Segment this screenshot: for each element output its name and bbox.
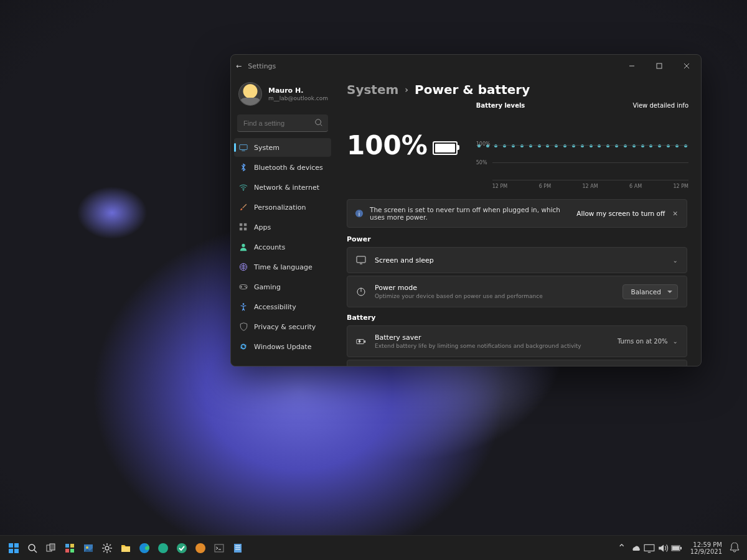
battery-saver-row[interactable]: Battery saver Extend battery life by lim… <box>347 325 687 357</box>
battery-percent: 100% <box>347 133 428 159</box>
battery-saver-status: Turns on at 20% <box>618 338 668 345</box>
svg-point-32 <box>86 546 88 549</box>
power-mode-row[interactable]: Power mode Optimize your device based on… <box>347 276 687 307</box>
svg-rect-7 <box>244 228 247 230</box>
nav-windows-update[interactable]: Windows Update <box>234 337 331 356</box>
pinned-app-3[interactable] <box>192 539 209 557</box>
svg-rect-26 <box>50 544 55 550</box>
start-button[interactable] <box>5 539 22 557</box>
nav-accounts[interactable]: Accounts <box>234 238 331 256</box>
battery-icon <box>433 141 458 155</box>
pinned-app-2[interactable] <box>173 539 190 557</box>
edge-button[interactable] <box>136 539 153 557</box>
svg-rect-44 <box>672 546 679 550</box>
chevron-right-icon: › <box>405 85 408 95</box>
nav-gaming[interactable]: Gaming <box>234 278 331 296</box>
battery-usage-row[interactable]: Battery usage ⌄ <box>347 360 687 366</box>
power-section-title: Power <box>347 235 695 243</box>
svg-text:i: i <box>359 211 360 217</box>
notepad-button[interactable] <box>229 539 247 557</box>
power-icon <box>356 287 366 297</box>
back-button[interactable]: ← <box>236 62 242 70</box>
user-email: m__lab@outlook.com <box>268 95 328 102</box>
onedrive-icon[interactable] <box>629 539 642 557</box>
battery-tray-icon[interactable] <box>670 539 683 557</box>
banner-action-link[interactable]: Allow my screen to turn off <box>576 210 665 217</box>
svg-rect-5 <box>244 223 247 226</box>
nav-time-language[interactable]: Time & language <box>234 258 331 276</box>
chevron-down-icon: ⌄ <box>673 338 678 345</box>
svg-rect-41 <box>644 544 654 551</box>
nav-bluetooth[interactable]: Bluetooth & devices <box>234 158 331 177</box>
y-label-100: 100% <box>476 141 491 147</box>
breadcrumb-section[interactable]: System <box>347 82 398 97</box>
task-view-button[interactable] <box>42 539 60 557</box>
svg-rect-2 <box>240 145 247 150</box>
power-mode-dropdown[interactable]: Balanced <box>622 284 678 299</box>
settings-app-button[interactable] <box>98 539 116 557</box>
notification-center-button[interactable] <box>727 539 742 557</box>
content-area: System › Power & battery 100% Battery le… <box>334 77 701 366</box>
svg-rect-27 <box>65 544 69 548</box>
svg-rect-30 <box>70 549 74 553</box>
info-banner: i The screen is set to never turn off wh… <box>347 199 687 228</box>
file-explorer-button[interactable] <box>117 539 134 557</box>
nav-accessibility[interactable]: Accessibility <box>234 297 331 316</box>
svg-point-36 <box>158 543 168 553</box>
svg-rect-6 <box>240 228 242 230</box>
bluetooth-icon <box>239 163 248 172</box>
nav-list: System Bluetooth & devices Network & int… <box>231 137 334 357</box>
network-tray-icon[interactable] <box>643 539 655 557</box>
nav-network[interactable]: Network & internet <box>234 178 331 197</box>
apps-icon <box>239 223 248 231</box>
battery-section-title: Battery <box>347 314 695 322</box>
brush-icon <box>239 203 248 212</box>
search-icon <box>314 118 323 127</box>
user-name: Mauro H. <box>268 86 328 95</box>
volume-tray-icon[interactable] <box>657 539 669 557</box>
page-title: Power & battery <box>415 82 530 97</box>
svg-rect-28 <box>70 544 74 548</box>
settings-window: ← Settings Mauro H. m__lab@outlook.com <box>230 54 702 366</box>
maximize-button[interactable] <box>646 57 673 75</box>
nav-apps[interactable]: Apps <box>234 218 331 236</box>
svg-rect-0 <box>657 63 662 68</box>
terminal-button[interactable] <box>210 539 228 557</box>
nav-personalization[interactable]: Personalization <box>234 198 331 217</box>
nav-system[interactable]: System <box>234 138 331 157</box>
update-icon <box>239 342 248 351</box>
svg-rect-23 <box>14 549 19 553</box>
sidebar: Mauro H. m__lab@outlook.com System Bluet… <box>231 77 334 366</box>
svg-rect-29 <box>65 549 69 553</box>
svg-point-11 <box>245 286 246 287</box>
battery-level-chart: Battery levels View detailed info 100% 5… <box>476 102 688 189</box>
screen-icon <box>356 255 366 265</box>
svg-point-1 <box>316 119 321 125</box>
screen-and-sleep-row[interactable]: Screen and sleep ⌄ <box>347 247 687 273</box>
svg-rect-39 <box>215 544 223 552</box>
accessibility-icon <box>239 302 248 311</box>
search-box[interactable] <box>237 114 328 132</box>
nav-privacy[interactable]: Privacy & security <box>234 317 331 336</box>
search-button[interactable] <box>24 539 41 557</box>
banner-close-button[interactable]: ✕ <box>671 210 679 217</box>
game-icon <box>239 282 248 291</box>
photos-app-button[interactable] <box>80 539 97 557</box>
view-detailed-info-link[interactable]: View detailed info <box>633 102 688 109</box>
pinned-app-1[interactable] <box>154 539 172 557</box>
svg-point-38 <box>195 543 205 553</box>
widgets-button[interactable] <box>61 539 78 557</box>
taskbar-clock[interactable]: 12:59 PM 12/9/2021 <box>684 541 726 555</box>
system-icon <box>239 143 248 152</box>
user-profile[interactable]: Mauro H. m__lab@outlook.com <box>231 77 334 113</box>
svg-rect-4 <box>240 223 242 226</box>
svg-rect-21 <box>14 543 19 548</box>
tray-chevron-icon[interactable]: ⌃ <box>616 539 628 557</box>
info-icon: i <box>355 209 364 218</box>
shield-icon <box>239 322 248 331</box>
chart-data-points <box>476 142 688 149</box>
window-title: Settings <box>248 62 276 70</box>
minimize-button[interactable] <box>618 57 646 75</box>
close-button[interactable] <box>673 57 700 75</box>
svg-point-8 <box>242 244 245 247</box>
